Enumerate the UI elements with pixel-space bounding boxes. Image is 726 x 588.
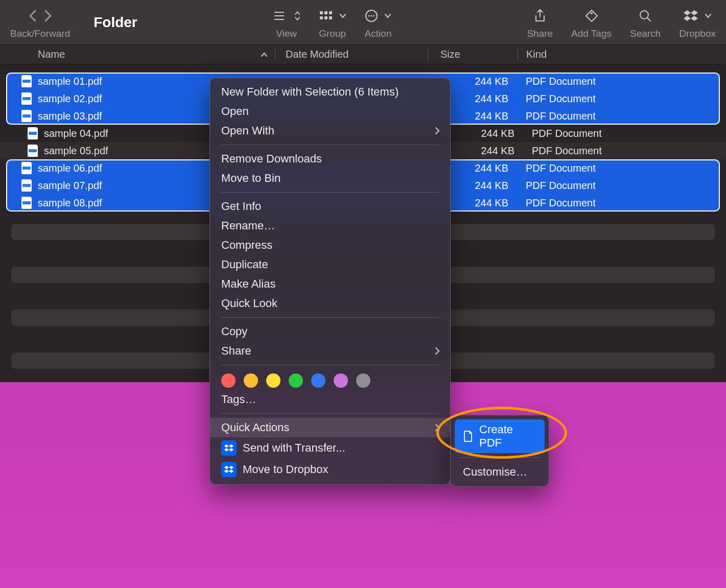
pdf-file-icon: [28, 127, 38, 139]
pdf-file-icon: [21, 162, 32, 174]
file-name: sample 06.pdf: [38, 162, 102, 174]
file-kind: PDF Document: [518, 110, 720, 122]
file-name: sample 04.pdf: [44, 128, 108, 139]
menu-get-info[interactable]: Get Info: [210, 197, 450, 216]
action-circle-icon: [365, 9, 378, 22]
file-kind: PDF Document: [518, 93, 720, 105]
file-name: sample 08.pdf: [38, 197, 102, 209]
menu-make-alias[interactable]: Make Alias: [210, 274, 450, 294]
file-name: sample 01.pdf: [38, 76, 102, 87]
column-size[interactable]: Size: [428, 49, 518, 60]
list-view-icon: [273, 10, 288, 21]
toolbar-dropbox[interactable]: Dropbox: [679, 6, 716, 39]
tag-green[interactable]: [289, 373, 303, 388]
quick-actions-submenu: Create PDF Customise…: [450, 415, 549, 487]
tag-color-picker: [210, 369, 450, 390]
svg-point-13: [591, 12, 593, 14]
menu-tags[interactable]: Tags…: [210, 390, 450, 409]
column-name[interactable]: Name: [0, 49, 275, 60]
search-icon: [639, 9, 652, 22]
menu-quick-look[interactable]: Quick Look: [210, 294, 450, 313]
menu-copy[interactable]: Copy: [210, 322, 450, 341]
back-icon[interactable]: [28, 10, 37, 22]
menu-send-transfer[interactable]: Send with Transfer...: [210, 437, 450, 459]
toolbar-action[interactable]: Action: [365, 6, 392, 39]
submenu-customise[interactable]: Customise…: [455, 462, 545, 482]
svg-rect-4: [324, 11, 327, 14]
menu-separator: [459, 457, 541, 458]
share-icon: [534, 9, 546, 23]
toolbar-search[interactable]: Search: [630, 6, 661, 39]
column-date[interactable]: Date Modified: [275, 49, 428, 60]
svg-point-11: [371, 15, 372, 16]
forward-icon[interactable]: [43, 10, 53, 22]
svg-rect-6: [320, 16, 323, 19]
svg-line-15: [647, 18, 650, 21]
tag-blue[interactable]: [311, 373, 325, 388]
pdf-file-icon: [21, 197, 32, 209]
menu-separator: [221, 365, 439, 365]
menu-move-to-bin[interactable]: Move to Bin: [210, 169, 450, 188]
file-name: sample 02.pdf: [38, 93, 102, 105]
file-name: sample 07.pdf: [38, 180, 102, 192]
sort-ascending-icon: [261, 52, 268, 57]
menu-open-with[interactable]: Open With: [210, 121, 450, 140]
menu-separator: [221, 317, 439, 318]
column-kind[interactable]: Kind: [518, 49, 726, 60]
toolbar-group[interactable]: Group: [319, 6, 346, 39]
menu-duplicate[interactable]: Duplicate: [210, 255, 450, 274]
menu-share[interactable]: Share: [210, 341, 450, 361]
pdf-file-icon: [28, 145, 38, 157]
file-kind: PDF Document: [518, 76, 720, 87]
tag-red[interactable]: [221, 373, 236, 388]
grid-icon: [319, 10, 333, 21]
menu-remove-downloads[interactable]: Remove Downloads: [210, 149, 450, 169]
tag-yellow[interactable]: [266, 373, 280, 388]
chevron-down-icon: [705, 13, 712, 18]
menu-separator: [221, 192, 439, 193]
toolbar-share[interactable]: Share: [527, 6, 553, 39]
tag-orange[interactable]: [244, 373, 258, 388]
chevron-right-icon: [435, 424, 440, 432]
svg-rect-7: [324, 16, 327, 19]
file-name: sample 03.pdf: [38, 110, 102, 122]
chevron-down-icon: [339, 13, 346, 18]
tag-gray[interactable]: [356, 373, 370, 388]
file-kind: PDF Document: [518, 162, 720, 174]
pdf-file-icon: [21, 75, 32, 87]
submenu-create-pdf[interactable]: Create PDF: [455, 419, 545, 453]
toolbar-view[interactable]: View: [273, 6, 300, 39]
menu-compress[interactable]: Compress: [210, 236, 450, 255]
window-title: Folder: [93, 14, 137, 31]
svg-rect-3: [320, 11, 323, 14]
file-kind: PDF Document: [518, 180, 720, 192]
file-kind: PDF Document: [518, 197, 720, 209]
dropbox-icon: [683, 9, 698, 22]
tag-purple[interactable]: [334, 373, 348, 388]
back-forward-label: Back/Forward: [10, 28, 70, 39]
nav-back-forward: Back/Forward: [10, 6, 70, 39]
menu-separator: [221, 145, 439, 145]
chevron-right-icon: [435, 347, 440, 355]
menu-rename[interactable]: Rename…: [210, 216, 450, 236]
document-icon: [463, 430, 473, 442]
toolbar-add-tags[interactable]: Add Tags: [571, 6, 612, 39]
menu-new-folder-selection[interactable]: New Folder with Selection (6 Items): [210, 82, 450, 102]
pdf-file-icon: [21, 110, 32, 122]
svg-point-10: [368, 15, 370, 16]
tag-icon: [584, 9, 599, 23]
chevron-right-icon: [435, 127, 440, 135]
svg-point-12: [373, 15, 375, 16]
menu-move-dropbox[interactable]: Move to Dropbox: [210, 459, 450, 480]
svg-rect-5: [329, 11, 332, 14]
column-header: Name Date Modified Size Kind: [0, 45, 726, 64]
context-menu: New Folder with Selection (6 Items) Open…: [209, 78, 451, 485]
svg-rect-8: [329, 16, 332, 19]
file-kind: PDF Document: [524, 128, 720, 139]
menu-quick-actions[interactable]: Quick Actions: [210, 418, 450, 437]
dropbox-icon: [221, 440, 237, 456]
updown-icon: [294, 10, 300, 21]
menu-open[interactable]: Open: [210, 102, 450, 121]
pdf-file-icon: [21, 92, 32, 105]
pdf-file-icon: [21, 179, 32, 192]
